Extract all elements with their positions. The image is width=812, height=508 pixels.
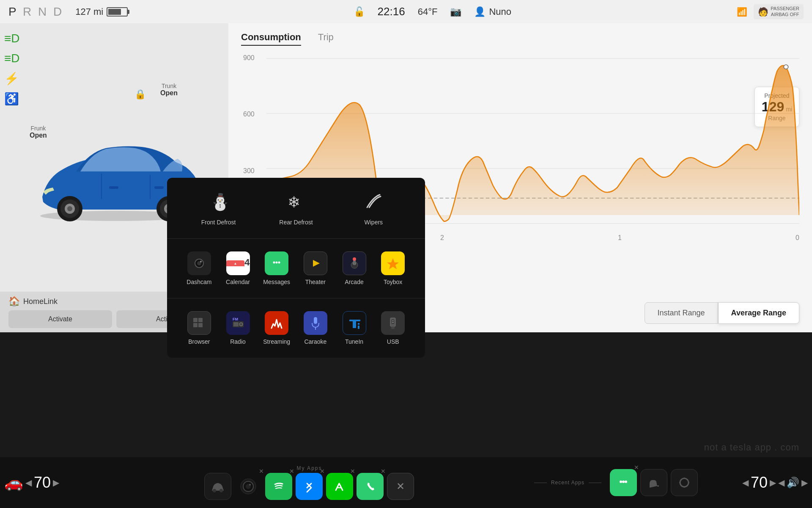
instant-range-button[interactable]: Instant Range (645, 302, 718, 324)
bottom-app-phone[interactable]: ✕ (357, 473, 384, 500)
volume-up[interactable]: ▶ (801, 478, 808, 488)
recent-messages[interactable]: ✕ (610, 469, 637, 496)
caraoke-item[interactable]: Caraoke (296, 307, 335, 349)
bottom-app-bluetooth[interactable]: ✕ (296, 473, 323, 500)
car-icon-bottom: 🚗 (4, 474, 23, 491)
svg-point-66 (620, 480, 622, 483)
trunk-title: Trunk (160, 83, 178, 89)
dashcam-icon (187, 251, 211, 275)
messages-item[interactable]: Messages (257, 247, 296, 290)
tunein-icon (343, 311, 366, 335)
close-green-app[interactable]: ✕ (350, 468, 355, 475)
tab-trip[interactable]: Trip (318, 32, 334, 46)
caraoke-label: Caraoke (304, 338, 326, 345)
front-defrost-item[interactable]: ⛄ Front Defrost (180, 186, 257, 230)
browser-item[interactable]: Browser (180, 307, 219, 349)
volume-down[interactable]: ◀ (778, 478, 785, 488)
theater-item[interactable]: Theater (296, 247, 335, 290)
x-label-1: 1 (618, 234, 622, 242)
bottom-camera-icon (235, 473, 262, 500)
bottom-phone-icon (357, 473, 384, 500)
user-section: 👤 Nuno (474, 6, 511, 17)
toybox-item[interactable]: Toybox (373, 247, 412, 290)
radio-icon: FM (226, 311, 250, 335)
prnd-indicator: P R N D (8, 5, 63, 19)
wipers-icon (363, 190, 384, 215)
tab-consumption[interactable]: Consumption (241, 32, 301, 46)
svg-point-55 (219, 489, 223, 492)
svg-rect-53 (392, 322, 394, 323)
wifi-icon: 📶 (737, 7, 747, 17)
close-bluetooth[interactable]: ✕ (320, 468, 325, 475)
svg-rect-46 (353, 320, 356, 328)
calendar-item[interactable]: ▲ 4 Calendar (219, 247, 258, 290)
close-camera[interactable]: ✕ (259, 468, 264, 475)
trunk-lock-icon: 🔒 (134, 89, 146, 100)
bottom-app-close[interactable]: ✕ (387, 473, 414, 500)
temp-display: 64°F (418, 6, 438, 17)
recent-seat-control[interactable] (640, 469, 667, 496)
gear-icon-1: ≡D (4, 32, 20, 45)
status-center: 🔓 22:16 64°F 📷 👤 Nuno (354, 5, 511, 18)
activate-button-1[interactable]: Activate (8, 310, 112, 328)
rear-defrost-label: Rear Defrost (279, 219, 313, 226)
svg-text:FM: FM (233, 317, 238, 321)
battery-info: 127 mi (75, 6, 128, 17)
close-spotify[interactable]: ✕ (289, 468, 294, 475)
bottom-x-icon: ✕ (387, 473, 414, 500)
close-phone[interactable]: ✕ (381, 468, 386, 475)
svg-point-28 (278, 262, 280, 264)
temp-left-down[interactable]: ◀ (25, 478, 32, 488)
svg-point-68 (625, 480, 627, 483)
battery-miles: 127 mi (75, 6, 103, 17)
svg-point-54 (213, 489, 216, 492)
front-defrost-label: Front Defrost (201, 219, 236, 226)
arcade-item[interactable]: Arcade (335, 247, 374, 290)
svg-point-18 (784, 65, 788, 69)
camera-icon[interactable]: 📷 (450, 6, 461, 17)
close-recent-messages[interactable]: ✕ (634, 464, 639, 471)
wipers-item[interactable]: Wipers (335, 186, 412, 230)
status-left: P R N D 127 mi (8, 5, 128, 19)
svg-rect-52 (392, 320, 394, 321)
svg-rect-38 (198, 323, 203, 327)
y-label-300: 300 (243, 167, 255, 175)
usb-icon (381, 311, 405, 335)
y-label-600: 600 (243, 110, 255, 118)
temp-right-down[interactable]: ◀ (742, 478, 749, 488)
dashcam-item[interactable]: Dashcam (180, 247, 219, 290)
temp-left-up[interactable]: ▶ (53, 478, 59, 488)
trunk-value: Open (160, 89, 178, 97)
svg-rect-47 (358, 323, 359, 325)
bottom-app-spotify[interactable]: ✕ (265, 473, 292, 500)
arcade-icon (343, 251, 366, 275)
bottom-app-car[interactable] (204, 473, 231, 500)
average-range-button[interactable]: Average Range (718, 302, 799, 324)
app-menu: ⛄ Front Defrost ❄ Rear Defrost Wipers (167, 178, 425, 358)
x-label-0: 0 (796, 234, 799, 242)
bottom-app-green[interactable]: ✕ (326, 473, 353, 500)
volume-control: ◀ 🔊 ▶ (778, 477, 808, 489)
svg-point-24 (200, 261, 202, 262)
temp-right-up[interactable]: ▶ (770, 478, 776, 488)
temp-left: ◀ 70 ▶ (25, 474, 59, 491)
toybox-icon (381, 251, 405, 275)
tunein-label: TuneIn (345, 338, 363, 345)
gear-icon-3: ⚡ (4, 72, 20, 86)
bottom-app-camera[interactable]: ✕ (235, 473, 262, 500)
recent-unknown[interactable] (671, 469, 698, 496)
rear-defrost-item[interactable]: ❄ Rear Defrost (257, 186, 335, 230)
radio-item[interactable]: FM Radio (219, 307, 258, 349)
gear-icon-4: ♿ (4, 92, 20, 106)
recent-apps-label: Recent Apps (551, 480, 584, 486)
lock-icon: 🔓 (354, 6, 365, 17)
toybox-label: Toybox (384, 279, 402, 285)
tunein-item[interactable]: TuneIn (335, 307, 374, 349)
x-label-2: 2 (440, 234, 444, 242)
svg-marker-29 (313, 260, 320, 267)
svg-text:❄: ❄ (288, 193, 300, 211)
streaming-item[interactable]: Streaming (257, 307, 296, 349)
svg-point-33 (353, 257, 356, 261)
usb-item[interactable]: USB (373, 307, 412, 349)
my-apps-label: My Apps (296, 465, 322, 471)
